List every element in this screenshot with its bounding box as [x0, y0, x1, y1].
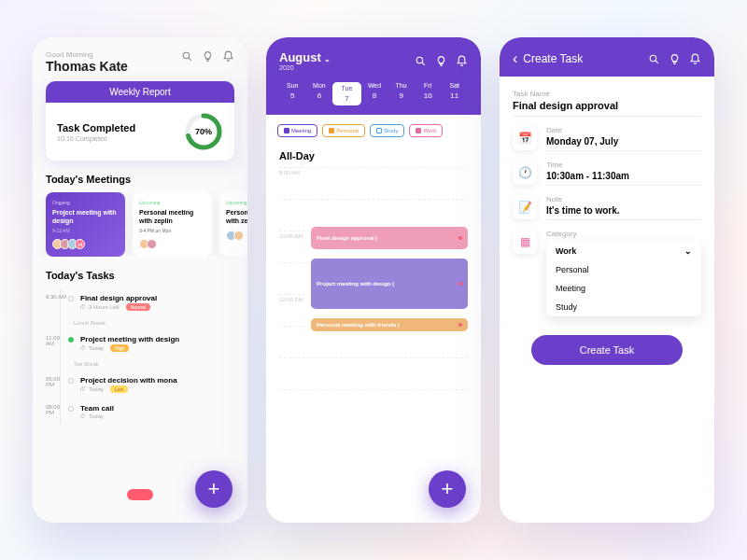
time-slot: [279, 357, 468, 389]
back-button[interactable]: ‹ Create Task: [513, 50, 583, 67]
task-name-label: Task Name: [513, 90, 701, 98]
note-icon: 📝: [513, 195, 537, 219]
meetings-list: Ongoing Project meeting with design 9-12…: [33, 192, 247, 257]
break-label: Lunch Break: [74, 320, 234, 326]
create-task-button[interactable]: Create Task: [531, 335, 683, 365]
chevron-down-icon: ⌄: [684, 246, 692, 256]
form-header: ‹ Create Task: [500, 37, 714, 77]
allday-label: All-Day: [266, 147, 481, 167]
task-form: Task Name Final design approval 📅 Date M…: [500, 77, 714, 378]
task-row[interactable]: 08:00 PM Team call⏱Today: [46, 399, 234, 425]
day-cell[interactable]: Sun5: [279, 82, 306, 105]
tasks-title: Today's Tasks: [46, 270, 234, 281]
day-cell[interactable]: Wed8: [361, 82, 388, 105]
toggle-pill[interactable]: [127, 489, 153, 500]
svg-point-3: [416, 57, 423, 63]
category-chip[interactable]: Personal: [322, 124, 365, 137]
task-row[interactable]: 9:30 AM Final design approval⏱3 Hours Le…: [46, 288, 234, 316]
task-row[interactable]: 11:00 AM Project meeting with design⏱Tod…: [46, 329, 234, 357]
greeting: Good Morning: [46, 50, 128, 59]
category-dropdown[interactable]: Work⌄PersonalMeetingStudy: [546, 242, 701, 316]
time-slot: [279, 199, 468, 231]
search-icon[interactable]: [415, 55, 427, 67]
bell-icon[interactable]: [222, 50, 234, 63]
home-header: Good Morning Thomas Kate: [33, 37, 247, 81]
category-chip[interactable]: Meeting: [277, 124, 317, 137]
day-cell[interactable]: Mon6: [306, 82, 333, 105]
note-input[interactable]: It's time to work.: [546, 205, 701, 220]
day-cell[interactable]: Sat11: [441, 82, 468, 105]
bulb-icon[interactable]: [669, 53, 681, 65]
category-chip[interactable]: Work: [409, 124, 443, 137]
svg-point-0: [183, 52, 190, 59]
bell-icon[interactable]: [456, 55, 468, 67]
report-header: Weekly Report: [46, 81, 234, 103]
day-cell[interactable]: Tue7: [332, 82, 361, 105]
meeting-card[interactable]: Ongoing Project meeting with design 9-12…: [46, 192, 125, 257]
category-icon: ▦: [513, 230, 537, 254]
svg-point-4: [650, 55, 656, 61]
time-slot: 8:00 AM: [279, 167, 468, 199]
calendar-event[interactable]: Project meeting with design |: [311, 259, 468, 309]
category-chip[interactable]: Study: [370, 124, 404, 137]
tasks-list: 9:30 AM Final design approval⏱3 Hours Le…: [33, 288, 247, 425]
add-event-button[interactable]: +: [429, 470, 466, 508]
dropdown-option[interactable]: Study: [546, 298, 701, 316]
task-row[interactable]: 05:00 PM Project decision with mona⏱Toda…: [46, 371, 234, 399]
progress-donut: 70%: [184, 112, 223, 151]
search-icon[interactable]: [648, 53, 660, 65]
day-cell[interactable]: Thu9: [388, 82, 415, 105]
week-strip: Sun5Mon6Tue7Wed8Thu9Fri10Sat11: [279, 82, 468, 105]
weekly-report-card[interactable]: Weekly Report Task Completed 10-16 Compl…: [46, 81, 234, 161]
calendar-icon: 📅: [513, 126, 537, 150]
report-title: Task Completed: [57, 122, 135, 133]
calendar-event[interactable]: Personal meeting with friends |: [311, 318, 468, 331]
calendar-screen: August ⌄ 2020 Sun5Mon6Tue7Wed8Thu9Fri10S…: [266, 37, 481, 523]
dropdown-option[interactable]: Personal: [546, 260, 701, 279]
calendar-header: August ⌄ 2020 Sun5Mon6Tue7Wed8Thu9Fri10S…: [266, 37, 481, 115]
dropdown-option[interactable]: Work⌄: [546, 242, 701, 260]
report-subtitle: 10-16 Completed: [57, 135, 135, 142]
break-label: Tea Break: [74, 361, 234, 367]
calendar-event[interactable]: Final design approval |: [311, 227, 468, 249]
home-screen: Good Morning Thomas Kate Weekly Report T…: [33, 37, 247, 523]
meeting-card[interactable]: Upcoming Personal meeting with zeplin 3-…: [133, 192, 212, 257]
dropdown-option[interactable]: Meeting: [546, 279, 701, 298]
day-cell[interactable]: Fri10: [415, 82, 442, 105]
chevron-left-icon: ‹: [513, 50, 517, 67]
bell-icon[interactable]: [689, 53, 701, 65]
create-task-screen: ‹ Create Task Task Name Final design app…: [500, 37, 714, 523]
time-input[interactable]: 10:30am - 11:30am: [546, 171, 701, 186]
date-input[interactable]: Monday 07, July: [546, 136, 701, 151]
add-button[interactable]: +: [195, 470, 233, 508]
username: Thomas Kate: [46, 59, 128, 74]
bulb-icon[interactable]: [202, 50, 214, 63]
clock-icon: 🕐: [513, 161, 537, 185]
month-picker[interactable]: August ⌄: [279, 50, 331, 64]
search-icon[interactable]: [181, 50, 193, 63]
task-name-input[interactable]: Final design approval: [513, 100, 701, 117]
category-filters: MeetingPersonalStudyWork: [266, 115, 481, 147]
meeting-card[interactable]: Upcoming Personal meeting with zeplin: [219, 192, 247, 257]
bulb-icon[interactable]: [435, 55, 447, 67]
time-slot: [279, 389, 468, 421]
meetings-title: Today's Meetings: [46, 174, 234, 185]
timeline: Final design approval | Project meeting …: [266, 167, 481, 523]
